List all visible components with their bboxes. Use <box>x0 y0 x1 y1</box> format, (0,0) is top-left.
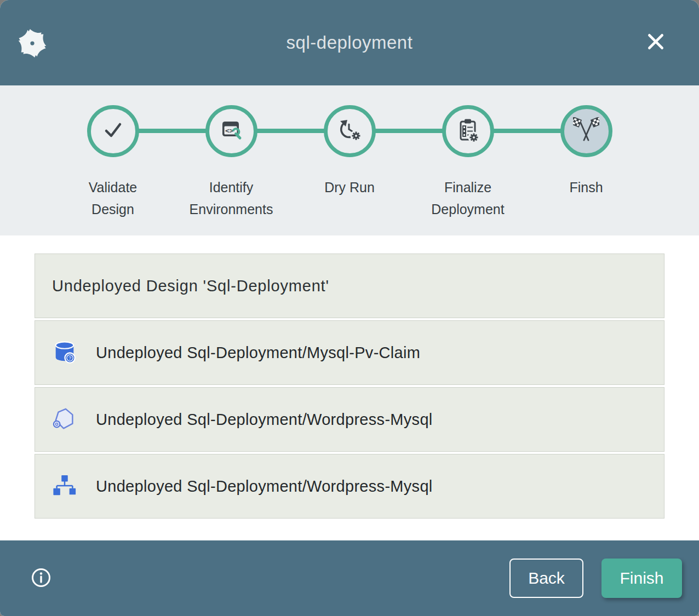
step-label: Validate Design <box>66 176 159 220</box>
database-icon: ? <box>52 340 77 365</box>
step-label: Dry Run <box>324 176 375 198</box>
deployment-wizard-dialog: sql-deployment Validate Design <box>0 0 699 616</box>
info-button[interactable] <box>29 566 53 590</box>
dialog-title: sql-deployment <box>287 32 413 53</box>
step-label: Identify Environments <box>185 176 278 220</box>
step-circle <box>87 105 139 157</box>
svg-text:?: ? <box>68 355 71 361</box>
list-item-text: Undeployed Sql-Deployment/Wordpress-Mysq… <box>96 411 433 429</box>
list-item-text: Undeployed Sql-Deployment/Mysql-Pv-Claim <box>96 344 420 362</box>
step-identify-environments[interactable]: <> Identify Environments <box>172 85 290 235</box>
step-circle-active <box>560 105 612 157</box>
clipboard-gear-icon <box>455 117 481 146</box>
list-item-text: Undeployed Design 'Sql-Deployment' <box>52 277 329 295</box>
list-item-design-header: Undeployed Design 'Sql-Deployment' <box>35 254 664 318</box>
step-circle <box>442 105 494 157</box>
step-circle: <> <box>205 105 257 157</box>
app-logo-icon <box>16 27 48 59</box>
list-item-wordpress-mysql-pod: Undeployed Sql-Deployment/Wordpress-Mysq… <box>35 387 664 452</box>
pod-icon <box>52 407 77 432</box>
step-label: Finsh <box>569 176 603 198</box>
close-button[interactable] <box>644 31 667 54</box>
cycle-gear-icon <box>336 117 363 146</box>
list-item-text: Undeployed Sql-Deployment/Wordpress-Mysq… <box>96 477 433 496</box>
step-validate-design[interactable]: Validate Design <box>54 85 172 235</box>
step-dry-run[interactable]: Dry Run <box>290 85 409 235</box>
step-circle <box>324 105 376 157</box>
list-item-wordpress-mysql-tree: Undeployed Sql-Deployment/Wordpress-Mysq… <box>35 454 664 519</box>
info-icon <box>30 582 52 590</box>
title-bar: sql-deployment <box>0 0 699 85</box>
back-button[interactable]: Back <box>509 559 583 598</box>
check-icon <box>100 117 126 146</box>
results-panel: Undeployed Design 'Sql-Deployment' ? Und… <box>0 235 699 540</box>
list-item-mysql-pv-claim: ? Undeployed Sql-Deployment/Mysql-Pv-Cla… <box>35 320 664 385</box>
step-finalize-deployment[interactable]: Finalize Deployment <box>409 85 527 235</box>
tree-icon <box>52 474 77 499</box>
step-label: Finalize Deployment <box>421 176 514 220</box>
wizard-stepper: Validate Design <> Identify Environme <box>0 85 699 235</box>
action-bar: Back Finish <box>0 540 699 616</box>
finish-button[interactable]: Finish <box>601 559 682 598</box>
code-window-wrench-icon: <> <box>218 117 244 146</box>
close-icon <box>645 31 666 54</box>
step-finish[interactable]: Finsh <box>527 85 645 235</box>
checkered-flags-icon <box>573 117 599 146</box>
